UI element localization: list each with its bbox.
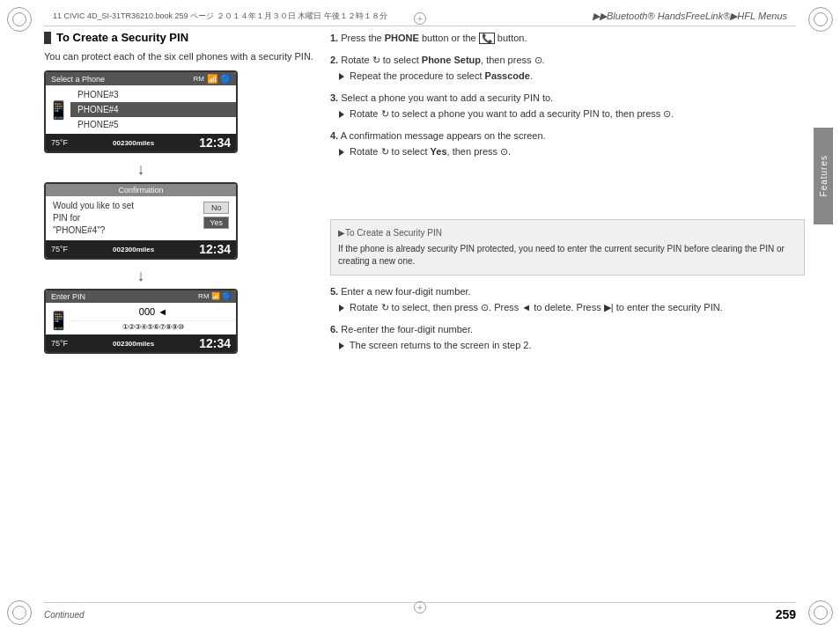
- enter-pin-screen: Enter PIN RM 📶 🔵 📱 000 ◄ ①②③④⑤⑥⑦⑧⑨⑩ 75°: [44, 289, 238, 354]
- step-3: 3. Select a phone you want to add a secu…: [330, 91, 805, 121]
- phone-item-4: PHONE#4: [70, 102, 236, 117]
- step-1: 1. Press the PHONE button or the 📞 butto…: [330, 31, 805, 46]
- triangle-icon-4: [339, 305, 344, 312]
- step-6: 6. Re-enter the four-digit number. The s…: [330, 322, 805, 353]
- pin-header-icons: RM 📶 🔵: [198, 292, 231, 301]
- screen1-title: Select a Phone: [51, 75, 105, 84]
- conf-miles: 002300miles: [113, 246, 154, 254]
- conf-no-btn: No: [203, 202, 229, 214]
- step-5: 5. Enter a new four-digit number. Rotate…: [330, 284, 805, 315]
- step-4-indent: Rotate ↻ to select Yes, then press ⊙.: [330, 144, 805, 159]
- section-subtitle: You can protect each of the six cell pho…: [44, 51, 317, 62]
- screen1-temp: 75°F: [51, 138, 68, 147]
- arrow-down-2: ↓: [44, 267, 238, 285]
- conf-temp: 75°F: [51, 245, 68, 254]
- conf-time: 12:34: [199, 242, 231, 256]
- top-center-cross: [414, 12, 426, 27]
- phone-item-3: PHONE#3: [70, 87, 236, 102]
- screen1-footer: 75°F 002300miles 12:34: [46, 134, 236, 151]
- select-phone-screen: Select a Phone RM 📶 🔵 📱 PHONE#3: [44, 70, 238, 153]
- conf-yes-btn: Yes: [203, 217, 229, 229]
- phone-item-5: PHONE#5: [70, 117, 236, 132]
- page-number: 259: [776, 607, 796, 621]
- screen1-header: Select a Phone RM 📶 🔵: [46, 72, 236, 85]
- pin-keypad: ①②③④⑤⑥⑦⑧⑨⑩: [70, 321, 236, 333]
- tab-label: Features: [819, 155, 829, 196]
- pin-temp: 75°F: [51, 339, 68, 348]
- phone3-label: PHONE#3: [77, 90, 119, 99]
- pin-header: Enter PIN RM 📶 🔵: [46, 290, 236, 303]
- phone5-label: PHONE#5: [77, 120, 119, 129]
- corner-decoration-tr: [808, 7, 833, 32]
- section-title: To Create a Security PIN: [56, 31, 188, 44]
- pin-title: Enter PIN: [51, 292, 85, 301]
- main-content: To Create a Security PIN You can protect…: [44, 31, 805, 597]
- keypad-digits: ①②③④⑤⑥⑦⑧⑨⑩: [122, 323, 184, 331]
- step-6-indent: The screen returns to the screen in step…: [330, 338, 805, 353]
- corner-decoration-br: [808, 600, 833, 625]
- arrow-down-1: ↓: [44, 160, 238, 179]
- bottom-center-cross: [414, 601, 426, 616]
- pin-body: 📱 000 ◄ ①②③④⑤⑥⑦⑧⑨⑩: [46, 303, 236, 334]
- conf-message: Would you like to setPIN for"PHONE#4"?: [53, 201, 134, 235]
- pin-time: 12:34: [199, 336, 231, 350]
- pin-footer: 75°F 002300miles 12:34: [46, 334, 236, 352]
- conf-footer: 75°F 002300miles 12:34: [46, 240, 236, 258]
- conf-body: Would you like to setPIN for"PHONE#4"? N…: [46, 196, 236, 240]
- corner-decoration-tl: [7, 7, 32, 32]
- title-bar-decoration: [44, 32, 51, 44]
- step-4: 4. A confirmation message appears on the…: [330, 129, 805, 159]
- header-right-text: ▶▶Bluetooth® HandsFreeLink®▶HFL Menus: [593, 11, 787, 22]
- pin-miles: 002300miles: [113, 340, 154, 348]
- left-column: To Create a Security PIN You can protect…: [44, 31, 317, 597]
- features-tab: Features: [814, 128, 833, 224]
- right-column: 1. Press the PHONE button or the 📞 butto…: [330, 31, 805, 597]
- confirmation-screen: Confirmation Would you like to setPIN fo…: [44, 182, 238, 260]
- triangle-icon-3: [339, 149, 344, 156]
- triangle-icon-5: [339, 342, 344, 349]
- triangle-icon-2: [339, 111, 344, 118]
- phone4-label: PHONE#4: [77, 105, 119, 114]
- step-2-indent: Repeat the procedure to select Passcode.: [330, 69, 805, 84]
- triangle-icon: [339, 73, 344, 80]
- screen1-miles: 002300miles: [113, 139, 154, 147]
- step-2: 2. Rotate ↻ to select Phone Setup, then …: [330, 53, 805, 84]
- pin-display: 000 ◄: [70, 303, 236, 321]
- screen1-time: 12:34: [199, 136, 231, 150]
- step-5-indent: Rotate ↻ to select, then press ⊙. Press …: [330, 300, 805, 315]
- screen1-icons: RM 📶 🔵: [194, 74, 231, 84]
- conf-header: Confirmation: [46, 184, 236, 196]
- header-left-text: 11 CIVIC 4D_SI-31TR36210.book 259 ページ ２０…: [53, 11, 387, 22]
- corner-decoration-bl: [7, 600, 32, 625]
- side-note: ▶To Create a Security PIN If the phone i…: [330, 219, 805, 276]
- pin-value: 000 ◄: [139, 306, 167, 317]
- instruction-steps: 1. Press the PHONE button or the 📞 butto…: [330, 31, 805, 353]
- continued-label: Continued: [44, 610, 85, 620]
- step-3-indent: Rotate ↻ to select a phone you want to a…: [330, 107, 805, 121]
- side-note-title: ▶To Create a Security PIN: [338, 227, 797, 239]
- section-title-container: To Create a Security PIN: [44, 31, 317, 44]
- side-note-text: If the phone is already security PIN pro…: [338, 244, 785, 266]
- screen1-body: 📱 PHONE#3 PHONE#4 PHONE#5: [46, 85, 236, 134]
